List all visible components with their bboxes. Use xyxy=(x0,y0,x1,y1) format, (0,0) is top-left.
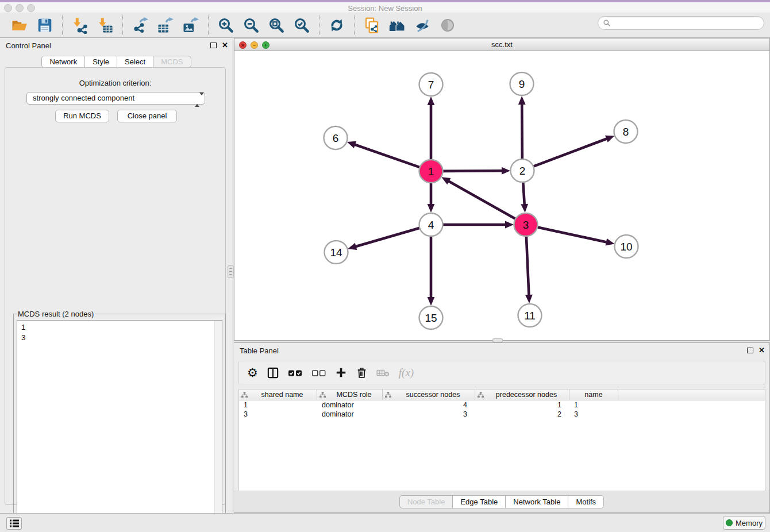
table-cell[interactable]: 3 xyxy=(239,410,317,419)
table-cell[interactable]: 2 xyxy=(475,410,569,419)
graph-edge-3-10[interactable] xyxy=(536,227,607,242)
graph-node-label-14: 14 xyxy=(330,246,342,259)
import-table-icon[interactable] xyxy=(95,16,115,35)
network-canvas[interactable]: 7968124314101511 xyxy=(234,51,769,340)
zoom-selected-icon[interactable] xyxy=(292,16,311,35)
table-cell[interactable]: dominator xyxy=(317,410,383,419)
zoom-in-icon[interactable] xyxy=(216,16,236,35)
table-cell[interactable]: 3 xyxy=(569,410,618,419)
birds-eye-view-icon[interactable] xyxy=(438,16,457,35)
mcds-result-scrollbar[interactable] xyxy=(214,321,222,526)
graph-edge-3-1[interactable] xyxy=(448,181,517,219)
graph-arrowhead xyxy=(518,96,526,105)
open-session-icon[interactable] xyxy=(10,16,29,35)
list-icon xyxy=(10,519,19,527)
graph-arrowhead xyxy=(605,238,614,246)
search-box[interactable] xyxy=(598,16,764,30)
criterion-select[interactable]: strongly connected component xyxy=(26,92,205,105)
graph-node-label-9: 9 xyxy=(519,78,525,90)
table-cell[interactable]: 1 xyxy=(475,400,569,410)
split-columns-icon[interactable] xyxy=(267,367,279,379)
graph-edge-2-9[interactable] xyxy=(522,103,522,160)
graph-edge-2-8[interactable] xyxy=(532,138,607,167)
column-label: shared name xyxy=(248,391,317,399)
tab-network[interactable]: Network xyxy=(41,56,85,68)
graph-edge-1-2[interactable] xyxy=(441,171,503,171)
table-row[interactable]: 1dominator411 xyxy=(239,400,765,410)
table-tab-network-table[interactable]: Network Table xyxy=(505,495,568,508)
memory-button[interactable]: Memory xyxy=(723,516,765,530)
save-session-icon[interactable] xyxy=(35,16,55,35)
graph-arrowhead xyxy=(502,167,510,175)
criterion-value: strongly connected component xyxy=(33,94,134,102)
table-row[interactable]: 3dominator323 xyxy=(239,410,765,419)
column-header-MCDS-role[interactable]: MCDS role xyxy=(317,390,383,400)
network-window-title: scc.txt xyxy=(234,40,769,49)
column-type-icon xyxy=(241,392,248,398)
column-type-icon xyxy=(319,392,326,398)
column-header-name[interactable]: name xyxy=(569,390,618,400)
network-view-window: ✕ − + scc.txt 7968124314101511 xyxy=(234,38,770,341)
delete-table-icon-disabled xyxy=(376,367,390,379)
table-cell[interactable]: 1 xyxy=(239,400,317,410)
mcds-result-line: 1 xyxy=(21,322,218,333)
column-header-shared-name[interactable]: shared name xyxy=(239,390,317,400)
export-table-icon[interactable] xyxy=(156,16,175,35)
graph-edge-2-3[interactable] xyxy=(523,181,525,205)
graph-arrowhead xyxy=(428,204,435,213)
import-network-icon[interactable] xyxy=(70,16,90,35)
panel-splitter-grip[interactable] xyxy=(228,265,234,278)
session-title: Session: New Session xyxy=(0,4,770,13)
table-tab-motifs[interactable]: Motifs xyxy=(568,495,604,508)
create-column-icon[interactable] xyxy=(335,367,347,379)
table-panel: Table Panel ✕ ⚙ f(x) xyxy=(234,342,770,513)
select-chevrons-icon xyxy=(195,94,200,106)
run-mcds-button[interactable]: Run MCDS xyxy=(55,110,109,122)
application-window: Session: New Session xyxy=(0,0,770,532)
graphics-details-icon[interactable] xyxy=(413,16,432,35)
table-cell[interactable]: 1 xyxy=(569,400,618,410)
mcds-result-textarea[interactable]: 13 xyxy=(17,320,222,527)
tab-style[interactable]: Style xyxy=(84,56,117,68)
export-image-icon[interactable] xyxy=(181,16,201,35)
table-body: 1dominator4113dominator323 xyxy=(239,400,765,419)
table-cell[interactable]: 4 xyxy=(383,400,475,410)
column-header-predecessor-nodes[interactable]: predecessor nodes xyxy=(475,390,569,400)
graph-node-label-2: 2 xyxy=(519,165,526,177)
column-header-successor-nodes[interactable]: successor nodes xyxy=(383,390,475,400)
table-settings-icon[interactable]: ⚙ xyxy=(247,367,258,379)
control-panel-tabs: NetworkStyleSelectMCDS xyxy=(0,56,233,68)
close-panel-icon[interactable]: ✕ xyxy=(222,42,228,49)
graph-edge-4-14[interactable] xyxy=(355,228,421,246)
search-input[interactable] xyxy=(611,17,764,29)
table-cell[interactable]: 3 xyxy=(383,410,475,419)
float-panel-icon[interactable] xyxy=(210,43,217,48)
table-cell[interactable]: dominator xyxy=(317,400,383,410)
graph-arrowhead xyxy=(525,295,533,303)
float-table-panel-icon[interactable] xyxy=(747,348,753,353)
select-all-columns-icon[interactable] xyxy=(288,367,303,379)
column-label: MCDS role xyxy=(326,391,382,399)
delete-column-icon[interactable] xyxy=(356,367,368,379)
network-window-titlebar[interactable]: ✕ − + scc.txt xyxy=(234,38,769,51)
zoom-out-icon[interactable] xyxy=(241,16,261,35)
graph-node-label-10: 10 xyxy=(620,241,632,253)
close-panel-button[interactable]: Close panel xyxy=(117,110,177,122)
graph-edge-3-11[interactable] xyxy=(526,235,529,296)
table-tab-edge-table[interactable]: Edge Table xyxy=(452,495,506,508)
graph-edge-1-6[interactable] xyxy=(354,144,421,168)
table-splitter-grip[interactable] xyxy=(492,338,503,342)
graph-arrowhead xyxy=(348,243,357,250)
tab-select[interactable]: Select xyxy=(117,56,153,68)
home-icon[interactable] xyxy=(387,16,407,35)
unselect-all-columns-icon[interactable] xyxy=(311,367,326,379)
mcds-result-values: 13 xyxy=(17,321,222,345)
export-network-icon[interactable] xyxy=(130,16,150,35)
close-table-panel-icon[interactable]: ✕ xyxy=(759,347,765,354)
zoom-fit-icon[interactable] xyxy=(267,16,286,35)
task-history-button[interactable] xyxy=(6,517,22,530)
refresh-layout-icon[interactable] xyxy=(327,16,346,35)
tab-mcds[interactable]: MCDS xyxy=(153,56,191,68)
table-tab-node-table[interactable]: Node Table xyxy=(399,495,453,508)
copy-network-icon[interactable] xyxy=(362,16,382,35)
